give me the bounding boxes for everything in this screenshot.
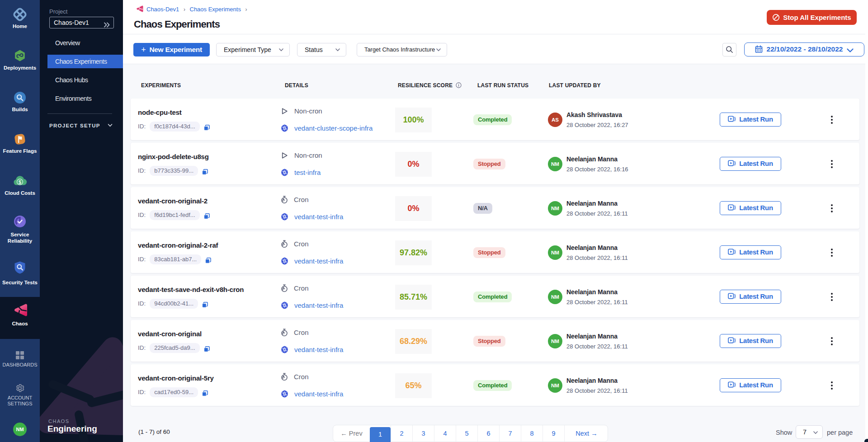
svg-text:$: $ [19,179,21,185]
